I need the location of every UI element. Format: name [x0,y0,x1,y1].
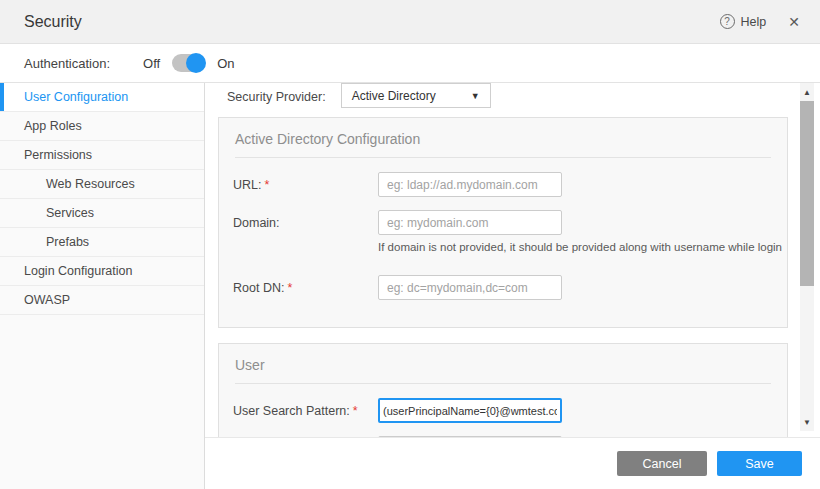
security-window: Security ? Help ✕ Authentication: Off On… [0,0,820,489]
root-dn-label: Root DN:* [233,281,378,295]
domain-label: Domain: [233,216,378,230]
sidebar-item-app-roles[interactable]: App Roles [0,112,204,141]
sidebar-item-permissions[interactable]: Permissions [0,141,204,170]
user-search-pattern-field[interactable] [378,398,562,423]
label-text: Root DN: [233,281,284,295]
action-footer: Cancel Save [205,437,820,489]
authentication-toggle[interactable] [172,54,205,72]
url-label: URL:* [233,178,378,192]
required-asterisk: * [264,178,269,192]
header-actions: ? Help ✕ [720,14,800,30]
sidebar-item-user-configuration[interactable]: User Configuration [0,83,204,112]
sidebar-item-owasp[interactable]: OWASP [0,286,204,315]
security-provider-select[interactable]: Active Directory ▼ [341,83,491,108]
security-provider-value: Active Directory [352,89,436,103]
field-row-root-dn: Root DN:* [233,275,771,300]
sidebar-item-prefabs[interactable]: Prefabs [0,228,204,257]
chevron-down-icon: ▼ [471,91,480,101]
required-asterisk: * [353,404,358,418]
main-panel: Security Provider: Active Directory ▼ Ac… [205,83,820,489]
help-button[interactable]: ? Help [720,14,767,29]
label-text: URL: [233,178,261,192]
sidebar-item-web-resources[interactable]: Web Resources [0,170,204,199]
url-field[interactable] [378,172,562,197]
toggle-on-label: On [217,56,234,71]
security-provider-label: Security Provider: [227,90,326,104]
scroll-down-icon[interactable]: ▼ [800,415,814,429]
toggle-knob [186,53,206,73]
field-row-domain: Domain: [233,210,771,235]
label-text: Domain: [233,216,280,230]
section-title: Active Directory Configuration [219,118,787,157]
save-button[interactable]: Save [717,451,802,476]
domain-field[interactable] [378,210,562,235]
sidebar-item-login-configuration[interactable]: Login Configuration [0,257,204,286]
scrollbar-thumb[interactable] [800,101,814,286]
vertical-scrollbar[interactable]: ▲ ▼ [800,83,814,431]
security-provider-row: Security Provider: Active Directory ▼ [205,83,800,108]
page-title: Security [24,13,82,31]
section-fields: User Search Pattern:* Test Username:* [219,384,787,437]
cancel-button[interactable]: Cancel [617,451,707,476]
user-search-pattern-label: User Search Pattern:* [233,404,378,418]
window-header: Security ? Help ✕ [0,0,820,44]
domain-helper-text: If domain is not provided, it should be … [378,241,771,253]
body: User Configuration App Roles Permissions… [0,82,820,489]
toggle-off-label: Off [143,56,160,71]
label-text: User Search Pattern: [233,404,350,418]
required-asterisk: * [287,281,292,295]
sidebar-item-services[interactable]: Services [0,199,204,228]
authentication-bar: Authentication: Off On [0,44,820,82]
user-section: User User Search Pattern:* Test Username… [218,343,788,437]
field-row-url: URL:* [233,172,771,197]
field-row-user-search-pattern: User Search Pattern:* [233,398,771,423]
authentication-label: Authentication: [24,56,110,71]
help-label: Help [741,15,767,29]
section-title: User [219,344,787,383]
scroll-content: Security Provider: Active Directory ▼ Ac… [205,83,800,437]
section-fields: URL:* Domain: If domain is not provided,… [219,158,787,327]
close-icon[interactable]: ✕ [788,14,800,30]
root-dn-field[interactable] [378,275,562,300]
help-icon: ? [720,14,735,29]
sidebar: User Configuration App Roles Permissions… [0,83,205,489]
active-directory-configuration-section: Active Directory Configuration URL:* Dom… [218,117,788,328]
scroll-up-icon[interactable]: ▲ [800,85,814,99]
